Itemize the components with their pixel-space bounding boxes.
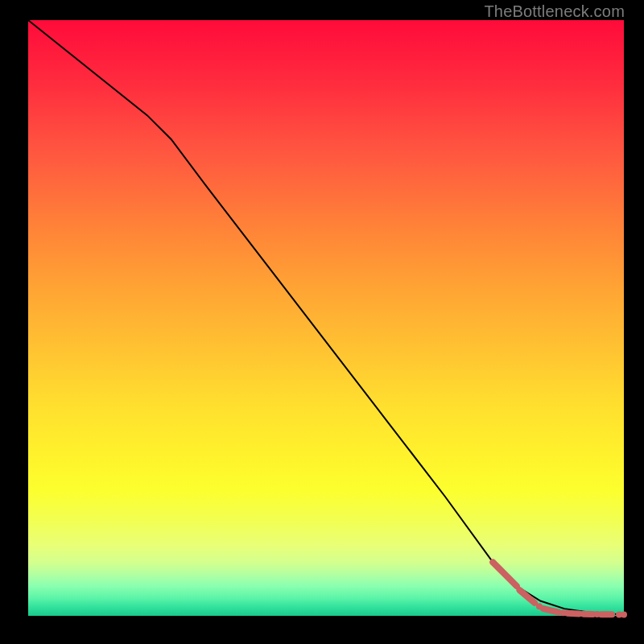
marker-segment [493, 562, 517, 586]
chart-svg [28, 20, 624, 616]
markers-group [493, 562, 627, 617]
main-curve [28, 20, 624, 615]
marker-segment [568, 613, 580, 614]
marker-dot [621, 612, 627, 618]
marker-segment [543, 609, 559, 612]
plot-area [28, 20, 624, 616]
chart-stage: TheBottleneck.com [0, 0, 644, 644]
attribution-text: TheBottleneck.com [484, 2, 625, 21]
